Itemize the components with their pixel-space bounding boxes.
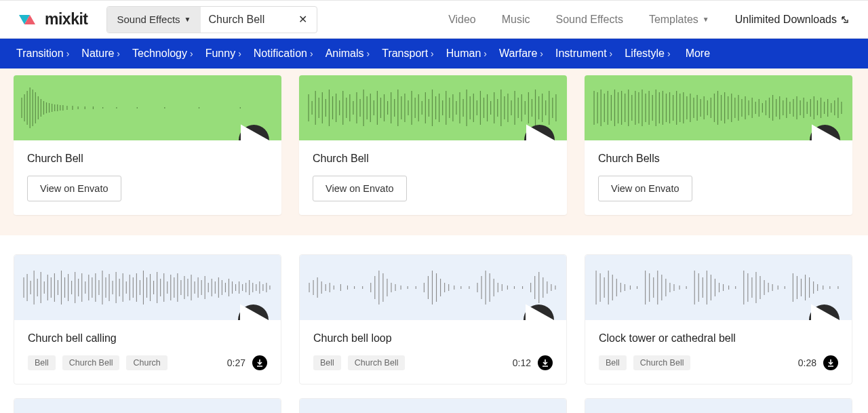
nav-video[interactable]: Video	[448, 14, 476, 26]
chevron-right-icon: ›	[484, 48, 487, 59]
download-button[interactable]	[252, 355, 267, 370]
duration: 0:28	[798, 357, 816, 368]
waveform[interactable]	[14, 255, 281, 320]
svg-marker-177	[812, 124, 840, 140]
waveform-icon	[21, 264, 274, 311]
nav-unlimited-downloads[interactable]: Unlimited Downloads	[735, 14, 849, 26]
external-link-icon	[841, 16, 849, 24]
svg-marker-29	[241, 124, 269, 140]
play-icon	[526, 117, 555, 141]
card-title[interactable]: Church bell calling	[28, 332, 267, 345]
svg-marker-300	[526, 304, 554, 320]
cat-warfare[interactable]: Warfare›	[499, 47, 543, 60]
tag[interactable]: Bell	[313, 355, 341, 370]
download-icon	[827, 359, 835, 367]
partial-row	[0, 398, 868, 413]
envato-card: Church Bell View on Envato	[299, 75, 567, 215]
cat-more[interactable]: More	[686, 47, 710, 60]
free-card: Church bell calling Bell Church Bell Chu…	[14, 254, 281, 385]
free-card: Clock tower or cathedral bell Bell Churc…	[585, 254, 852, 385]
chevron-right-icon: ›	[66, 48, 70, 59]
nav-templates[interactable]: Templates ▼	[649, 14, 709, 26]
play-button[interactable]	[810, 125, 840, 140]
tag[interactable]: Bell	[28, 355, 56, 370]
chevron-right-icon: ›	[367, 48, 370, 59]
search-input[interactable]	[201, 14, 289, 26]
free-card-partial	[299, 398, 567, 413]
play-button[interactable]	[238, 304, 269, 320]
waveform[interactable]	[585, 75, 852, 140]
logo[interactable]: mixkit	[19, 10, 87, 28]
tag[interactable]: Church	[126, 355, 167, 370]
caret-down-icon: ▼	[703, 16, 709, 23]
waveform[interactable]	[585, 399, 852, 413]
chevron-right-icon: ›	[190, 48, 193, 59]
svg-marker-351	[811, 304, 840, 320]
download-icon	[256, 359, 264, 367]
envato-card: Church Bells View on Envato	[585, 75, 852, 215]
download-button[interactable]	[538, 355, 553, 370]
play-button[interactable]	[524, 125, 555, 140]
waveform[interactable]	[585, 255, 852, 320]
cat-instrument[interactable]: Instrument›	[555, 47, 612, 60]
card-title[interactable]: Church Bells	[598, 153, 839, 165]
tag[interactable]: Bell	[599, 355, 627, 370]
header-nav: Video Music Sound Effects Templates ▼ Un…	[448, 14, 849, 26]
caret-down-icon: ▼	[184, 16, 191, 23]
tag[interactable]: Church Bell	[348, 355, 406, 370]
svg-marker-103	[526, 124, 555, 140]
play-icon	[241, 117, 269, 141]
download-icon	[541, 359, 549, 367]
waveform[interactable]	[300, 399, 566, 413]
play-button[interactable]	[809, 304, 840, 320]
chevron-right-icon: ›	[117, 48, 120, 59]
free-card-partial	[14, 398, 281, 413]
cat-transport[interactable]: Transport›	[382, 47, 434, 60]
nav-sound-effects[interactable]: Sound Effects	[556, 14, 623, 26]
search-category-label: Sound Effects	[117, 14, 180, 25]
download-button[interactable]	[823, 355, 838, 370]
envato-card: Church Bell View on Envato	[14, 75, 281, 215]
card-title[interactable]: Church Bell	[27, 153, 268, 165]
card-title[interactable]: Church Bell	[313, 153, 553, 165]
cat-nature[interactable]: Nature›	[81, 47, 120, 60]
free-card: Church bell loop Bell Church Bell 0:12	[299, 254, 567, 385]
waveform[interactable]	[299, 75, 567, 140]
waveform-icon	[306, 84, 560, 132]
free-section: Church bell calling Bell Church Bell Chu…	[0, 235, 868, 398]
chevron-right-icon: ›	[431, 48, 434, 59]
cat-funny[interactable]: Funny›	[205, 47, 241, 60]
card-title[interactable]: Clock tower or cathedral bell	[599, 332, 838, 345]
waveform[interactable]	[14, 75, 281, 140]
cat-human[interactable]: Human›	[446, 47, 487, 60]
play-icon	[240, 296, 269, 321]
tag[interactable]: Church Bell	[62, 355, 120, 370]
view-on-envato-button[interactable]: View on Envato	[27, 176, 121, 201]
waveform[interactable]	[300, 255, 566, 320]
tag[interactable]: Church Bell	[633, 355, 691, 370]
waveform-icon	[20, 84, 275, 132]
clear-search-button[interactable]: ✕	[289, 13, 317, 26]
view-on-envato-button[interactable]: View on Envato	[598, 176, 692, 201]
play-button[interactable]	[524, 304, 554, 320]
cat-transition[interactable]: Transition›	[16, 47, 69, 60]
card-title[interactable]: Church bell loop	[313, 332, 553, 345]
cat-notification[interactable]: Notification›	[254, 47, 313, 60]
chevron-right-icon: ›	[238, 48, 241, 59]
waveform[interactable]	[14, 399, 281, 413]
chevron-right-icon: ›	[310, 48, 313, 59]
chevron-right-icon: ›	[610, 48, 613, 59]
play-icon	[812, 117, 840, 141]
waveform-icon	[592, 264, 845, 311]
waveform-icon	[307, 264, 559, 311]
cat-lifestyle[interactable]: Lifestyle›	[625, 47, 670, 60]
nav-music[interactable]: Music	[502, 14, 530, 26]
cat-animals[interactable]: Animals›	[326, 47, 370, 60]
play-button[interactable]	[239, 125, 269, 140]
chevron-right-icon: ›	[667, 48, 671, 59]
cat-technology[interactable]: Technology›	[132, 47, 193, 60]
view-on-envato-button[interactable]: View on Envato	[313, 176, 407, 201]
duration: 0:12	[513, 357, 531, 368]
search-category-dropdown[interactable]: Sound Effects ▼	[107, 7, 200, 33]
free-card-partial	[585, 398, 852, 413]
